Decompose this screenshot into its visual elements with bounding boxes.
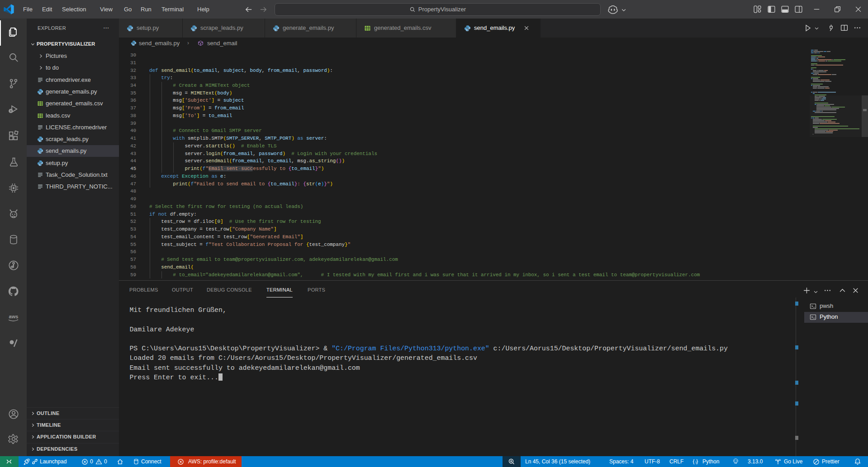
svg-text:aws: aws <box>9 314 19 319</box>
